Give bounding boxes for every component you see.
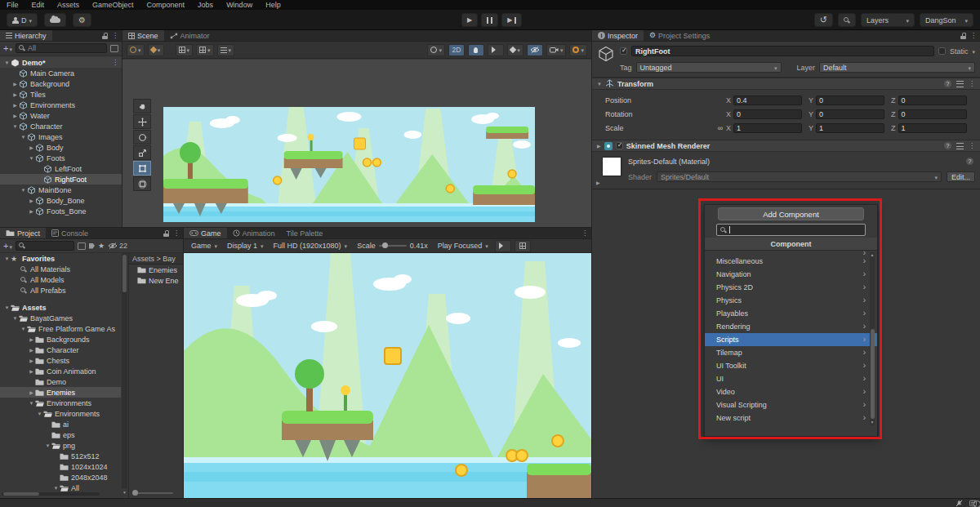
slider-knob[interactable] [382,242,388,248]
scroll-down-icon[interactable]: ▼ [122,490,127,495]
hidden-count-toggle[interactable]: 22 [108,242,127,250]
panel-menu-icon[interactable] [581,230,588,237]
undo-history-button[interactable]: ↺ [814,13,833,27]
project-tree-item[interactable]: ★ 2048x2048 [0,472,121,483]
preset-icon[interactable] [956,143,964,149]
component-menu-item[interactable]: New script [705,411,877,425]
expand-arrow-icon[interactable] [11,81,19,87]
lock-icon[interactable] [960,33,966,39]
tab-console[interactable]: Console [46,228,94,238]
tab-project[interactable]: Project [0,228,46,238]
link-icon[interactable]: ∞ [715,124,726,132]
project-vertical-scrollbar[interactable] [122,253,127,488]
project-tree-item[interactable]: ★ Character [0,345,121,355]
project-tree-item[interactable]: ★ 512x512 [0,451,121,461]
help-icon[interactable]: ? [944,80,951,87]
search-button[interactable] [838,13,856,27]
draw-mode-dropdown[interactable] [127,44,145,56]
component-menu-item[interactable]: UI [705,372,877,385]
menu-item[interactable]: File [7,1,19,9]
expand-arrow-icon[interactable] [3,60,11,65]
expand-arrow-icon[interactable] [20,327,27,331]
expand-arrow-icon[interactable] [11,91,19,97]
rect-tool-button[interactable] [133,161,151,176]
component-menu-item[interactable]: Tilemap [705,346,877,359]
tab-hierarchy[interactable]: Hierarchy [0,30,52,41]
static-dropdown-icon[interactable] [972,47,975,56]
lighting-toggle-button[interactable] [468,44,484,56]
scroll-up-icon[interactable]: ▲ [870,252,875,257]
debug-mode-dropdown[interactable] [148,44,164,56]
foldout-arrow-icon[interactable]: ▼ [597,82,602,87]
expand-arrow-icon[interactable] [11,316,19,321]
scene-picker-icon[interactable] [110,45,118,52]
expand-arrow-icon[interactable] [44,443,51,448]
add-component-button[interactable]: Add Component [718,207,864,220]
hierarchy-item[interactable]: LeftFoot [0,163,122,174]
shader-dropdown[interactable]: Sprites/Default [657,171,942,182]
search-by-label-icon[interactable] [89,243,95,249]
project-tree-item[interactable]: ★ Environments [0,398,121,408]
component-menu-item[interactable]: Scripts [705,333,877,346]
mute-audio-button[interactable] [495,240,511,252]
hierarchy-item[interactable]: Tiles [0,89,122,100]
tab-tile-palette[interactable]: Tile Palette [281,228,329,238]
expand-arrow-icon[interactable] [36,411,43,416]
scale-slider[interactable] [379,245,407,247]
project-tree-item[interactable]: ★ All Materials [0,264,121,274]
expand-arrow-icon[interactable] [28,336,35,342]
expand-arrow-icon[interactable] [3,305,11,310]
tab-inspector[interactable]: i Inspector [592,30,644,41]
account-button[interactable]: D [7,13,38,27]
hierarchy-item[interactable]: Body_Bone [0,195,122,206]
menu-item[interactable]: GameObject [92,1,134,9]
project-tree-item[interactable]: ★ png [0,440,121,451]
x-value-field[interactable]: 0 [733,109,802,119]
expand-arrow-icon[interactable] [3,256,11,261]
audio-toggle-button[interactable] [488,44,504,56]
pause-button[interactable] [481,13,498,27]
expand-arrow-icon[interactable] [28,156,35,161]
project-tree-item[interactable]: ★ ai [0,419,121,429]
stats-button[interactable] [514,240,531,252]
transform-component-header[interactable]: ▼ Transform ? [592,78,980,90]
play-button[interactable]: ▶ [461,13,478,27]
component-menu-item[interactable]: Physics 2D [705,281,877,294]
hierarchy-item[interactable]: Character [0,121,122,131]
project-tree-item[interactable]: ★ Demo [0,376,121,387]
foldout-arrow-icon[interactable]: ▶ [597,143,601,149]
popup-scrollbar[interactable]: ▲ ▼ [870,251,875,425]
render-doc-dropdown[interactable] [427,44,445,56]
focus-mode-dropdown[interactable]: Play Focused [434,240,492,252]
component-menu-item[interactable]: Miscellaneous [705,255,877,268]
scrollbar-thumb[interactable] [871,329,875,419]
property-label[interactable]: Scale [592,124,715,132]
menu-item[interactable]: Edit [32,1,45,9]
project-tree-item[interactable]: ★ BayatGames [0,313,121,323]
expand-arrow-icon[interactable] [28,401,35,406]
project-tree-item[interactable]: ★ Backgrounds [0,334,121,345]
project-tree-item[interactable]: ★ Free Platform Game As [0,323,121,334]
tab-game[interactable]: Game [184,228,227,238]
lock-icon[interactable] [163,230,169,237]
expand-arrow-icon[interactable] [28,368,35,374]
snap-settings-dropdown[interactable] [196,44,214,56]
help-icon[interactable]: ? [944,142,951,149]
expand-arrow-icon[interactable] [28,358,35,363]
item-menu-icon[interactable] [112,60,118,66]
component-menu-item[interactable]: Playables [705,307,877,320]
panel-menu-icon[interactable] [970,33,977,39]
expand-arrow-icon[interactable] [11,102,19,108]
component-menu-item[interactable]: Navigation [705,268,877,281]
component-menu-icon[interactable] [969,81,975,87]
renderer-component-header[interactable]: ▶ Skinned Mesh Renderer ? [592,140,980,152]
tab-scene[interactable]: Scene [122,30,164,41]
game-view-dropdown[interactable]: Game [188,240,220,252]
help-icon[interactable]: ? [966,158,973,165]
expand-arrow-icon[interactable] [11,113,19,118]
display-dropdown[interactable]: Display 1 [224,240,267,252]
layer-dropdown[interactable]: Default [819,62,975,73]
project-tree-item[interactable]: ★ Chests [0,355,121,366]
scale-tool-button[interactable] [133,145,151,160]
tab-project-settings[interactable]: ⚙ Project Settings [644,30,715,41]
